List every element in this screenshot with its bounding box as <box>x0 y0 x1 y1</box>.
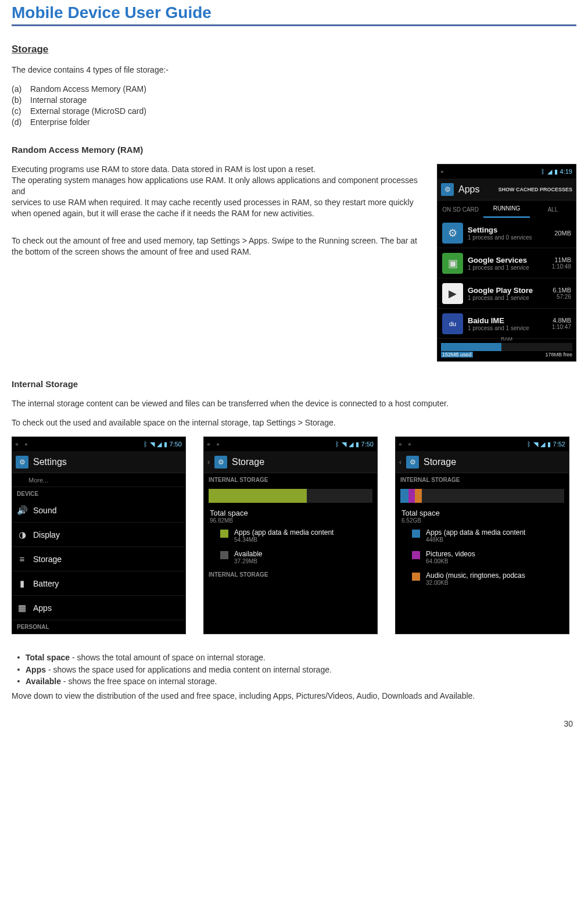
signal-icon: ◢ <box>349 441 353 448</box>
screenshot-apps: ▫ ᛒ◢▮4:19 ⚙ Apps SHOW CACHED PROCESSES O… <box>437 164 576 362</box>
settings-icon[interactable]: ⚙ <box>441 183 454 196</box>
color-swatch <box>412 530 420 538</box>
app-row[interactable]: ▶Google Play Store1 process and 1 servic… <box>438 278 576 309</box>
storage-bar <box>209 489 372 503</box>
app-name: Baidu IME <box>468 316 547 325</box>
app-time: 57:26 <box>553 294 571 300</box>
tab-all[interactable]: ALL <box>530 201 576 218</box>
settings-icon[interactable]: ⚙ <box>214 456 227 469</box>
storage-seg-pics <box>408 489 415 503</box>
ram-used-text: 152MB used <box>441 352 473 357</box>
total-label: Total space <box>401 509 563 517</box>
list-text: Random Access Memory (RAM) <box>30 84 146 95</box>
back-icon[interactable]: ‹ <box>207 458 210 466</box>
bullet-item: •Total space - shows the total amount of… <box>12 652 576 663</box>
storage-list: (a)Random Access Memory (RAM) (b)Interna… <box>12 84 576 128</box>
app-bar-title: Apps <box>458 184 493 195</box>
bluetooth-icon: ᛒ <box>144 441 148 448</box>
settings-row-sound[interactable]: 🔊Sound <box>12 498 185 523</box>
settings-label: Apps <box>33 603 52 613</box>
notification-icon: ▫ <box>16 441 23 448</box>
ram-bar-label: RAM <box>441 336 572 342</box>
back-icon[interactable]: ‹ <box>399 458 401 466</box>
category-internal: INTERNAL STORAGE <box>204 473 377 484</box>
bullet-label: Total space <box>26 653 70 662</box>
app-size: 11MB <box>552 256 571 263</box>
category-device: DEVICE <box>12 487 185 498</box>
item-name: Audio (music, ringtones, podcas <box>426 571 525 580</box>
tab-running[interactable]: RUNNING <box>483 201 529 218</box>
settings-icon[interactable]: ⚙ <box>16 456 28 469</box>
list-text: External storage (MicroSD card) <box>30 106 146 117</box>
app-row[interactable]: duBaidu IME1 process and 1 service4.8MB1… <box>438 309 576 339</box>
signal-icon: ◢ <box>547 168 552 176</box>
app-row[interactable]: ⚙Settings1 process and 0 services20MB <box>438 218 576 248</box>
status-bar: ▫▫ ᛒ◥◢▮7:50 <box>12 437 185 451</box>
settings-row-storage[interactable]: ≡Storage <box>12 547 185 571</box>
bullet-text: - shows the total amount of space on int… <box>70 653 266 662</box>
storage-list-item: (a)Random Access Memory (RAM) <box>12 84 576 95</box>
app-name: Settings <box>468 226 550 234</box>
app-size: 4.8MB <box>552 317 571 324</box>
apps-tabs: ON SD CARD RUNNING ALL <box>438 201 576 218</box>
total-value: 6.52GB <box>401 517 563 524</box>
internal-heading: Internal Storage <box>12 379 576 389</box>
list-marker: (c) <box>12 106 30 117</box>
app-row[interactable]: ▣Google Services1 process and 1 service1… <box>438 248 576 278</box>
color-swatch <box>412 551 420 559</box>
settings-label: Battery <box>33 579 59 588</box>
settings-row-battery[interactable]: ▮Battery <box>12 571 185 596</box>
item-name: Apps (app data & media content <box>234 528 334 537</box>
storage-intro: The device contains 4 types of file stor… <box>12 65 576 76</box>
app-sub: 1 process and 1 service <box>468 295 548 301</box>
ram-heading: Random Access Memory (RAM) <box>12 145 576 155</box>
clock: 4:19 <box>560 168 572 175</box>
app-sub: 1 process and 1 service <box>468 264 547 271</box>
tab-sd-card[interactable]: ON SD CARD <box>438 201 483 218</box>
item-name: Available <box>234 550 262 558</box>
more-row[interactable]: More... <box>12 473 185 487</box>
bullet-item: •Available - shows the free space on int… <box>12 675 576 687</box>
storage-item[interactable]: Available37.29MB <box>204 546 377 568</box>
item-value: 64.00KB <box>426 558 475 564</box>
app-icon: du <box>442 313 463 334</box>
item-value: 32.00KB <box>426 580 525 586</box>
ram-p3: To check out the amount of free and used… <box>12 235 430 258</box>
app-bar-title: Settings <box>33 457 182 467</box>
storage-item[interactable]: Pictures, videos64.00KB <box>396 546 569 568</box>
screenshot-storage-1: ▫▫ ᛒ◥◢▮7:50 ‹ ⚙ Storage INTERNAL STORAGE… <box>203 437 378 634</box>
app-size: 20MB <box>554 230 571 237</box>
settings-icon[interactable]: ⚙ <box>406 456 419 469</box>
storage-seg-apps <box>209 489 307 503</box>
screenshot-settings: ▫▫ ᛒ◥◢▮7:50 ⚙ Settings More... DEVICE 🔊S… <box>12 437 186 634</box>
doc-title: Mobile Device User Guide <box>12 0 576 24</box>
wifi-icon: ◥ <box>342 441 346 448</box>
app-bar: ⚙ Settings <box>12 451 185 473</box>
storage-seg-audio <box>415 489 421 503</box>
storage-item[interactable]: Apps (app data & media content448KB <box>396 525 569 546</box>
total-space-row[interactable]: Total space6.52GB <box>396 507 569 525</box>
settings-label: Storage <box>33 555 62 564</box>
storage-icon: ≡ <box>17 554 27 564</box>
app-bar: ‹ ⚙ Storage <box>204 451 377 473</box>
bullet-text: - shows the free space on internal stora… <box>61 677 217 686</box>
notification-icon: ▫ <box>408 441 415 448</box>
battery-icon: ▮ <box>554 168 558 176</box>
status-bar: ▫▫ ᛒ◥◢▮7:52 <box>396 437 569 451</box>
ram-bar-used <box>441 343 501 351</box>
apps-list[interactable]: ⚙Settings1 process and 0 services20MB ▣G… <box>438 218 576 339</box>
wifi-icon: ◥ <box>150 441 155 448</box>
storage-list-item: (b)Internal storage <box>12 95 576 106</box>
storage-item[interactable]: Audio (music, ringtones, podcas32.00KB <box>396 568 569 589</box>
settings-row-apps[interactable]: ▦Apps <box>12 596 185 620</box>
total-space-row[interactable]: Total space96.82MB <box>204 507 377 525</box>
settings-label: Display <box>33 530 60 539</box>
total-label: Total space <box>210 509 371 517</box>
ram-two-col: Executing programs use RAM to store data… <box>12 164 576 362</box>
ram-free-text: 178MB free <box>545 352 572 357</box>
storage-item[interactable]: Apps (app data & media content54.34MB <box>204 525 377 546</box>
settings-row-display[interactable]: ◑Display <box>12 523 185 547</box>
signal-icon: ◢ <box>157 441 162 448</box>
app-name: Google Play Store <box>468 286 548 295</box>
show-cached-action[interactable]: SHOW CACHED PROCESSES <box>498 187 572 192</box>
